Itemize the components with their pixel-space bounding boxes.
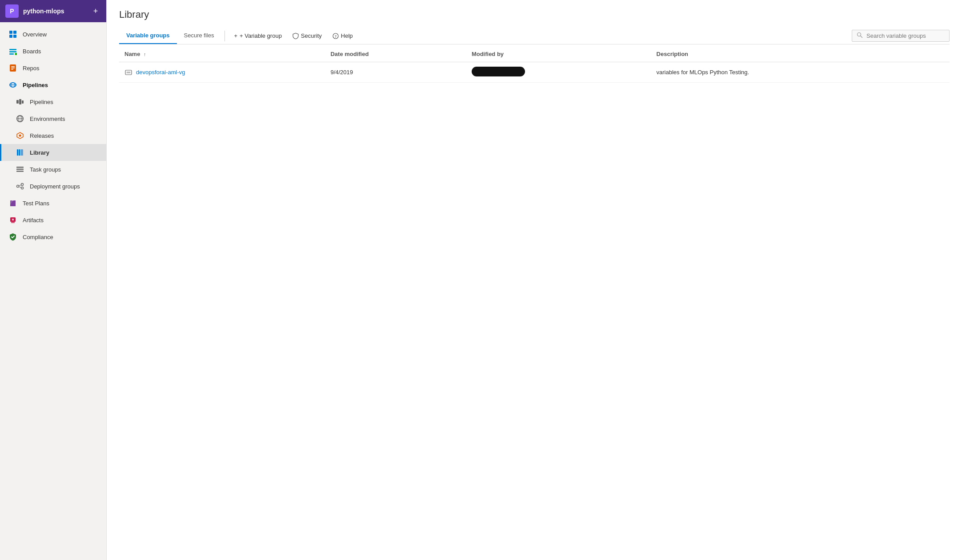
col-name: Name ↑ bbox=[119, 46, 325, 62]
artifacts-icon bbox=[8, 216, 17, 224]
variable-groups-table: Name ↑ Date modified Modified by Descrip… bbox=[119, 46, 950, 83]
pipelines-header-icon bbox=[8, 80, 17, 89]
svg-rect-24 bbox=[20, 149, 23, 156]
compliance-icon bbox=[8, 232, 17, 241]
sidebar-header: P python-mlops + bbox=[0, 0, 106, 22]
svg-rect-15 bbox=[16, 100, 19, 104]
svg-rect-6 bbox=[9, 53, 14, 55]
help-button[interactable]: ? Help bbox=[327, 30, 358, 42]
svg-rect-10 bbox=[11, 68, 15, 68]
tabs-bar: Variable groups Secure files + + Variabl… bbox=[119, 28, 950, 44]
sidebar-item-deploymentgroups[interactable]: Deployment groups bbox=[0, 178, 106, 195]
svg-rect-22 bbox=[17, 149, 18, 156]
sidebar-boards-label: Boards bbox=[23, 48, 41, 55]
cell-date-modified: 9/4/2019 bbox=[325, 62, 466, 83]
deploymentgroups-icon bbox=[16, 182, 24, 191]
col-modified-by: Modified by bbox=[466, 46, 651, 62]
svg-point-21 bbox=[19, 135, 21, 137]
environments-icon bbox=[16, 114, 24, 123]
sidebar-pipelines-header-label: Pipelines bbox=[23, 82, 48, 88]
sidebar-item-taskgroups[interactable]: Task groups bbox=[0, 161, 106, 178]
svg-rect-0 bbox=[9, 31, 12, 34]
sidebar-item-testplans[interactable]: Test Plans bbox=[0, 195, 106, 212]
svg-rect-27 bbox=[16, 171, 24, 172]
cell-description: variables for MLOps Python Testing. bbox=[651, 62, 950, 83]
sidebar-item-releases[interactable]: Releases bbox=[0, 127, 106, 144]
sidebar-repos-label: Repos bbox=[23, 65, 40, 72]
col-date-modified: Date modified bbox=[325, 46, 466, 62]
col-description: Description bbox=[651, 46, 950, 62]
sidebar-compliance-label: Compliance bbox=[23, 234, 53, 240]
boards-icon bbox=[8, 47, 17, 56]
table-row: devopsforai-aml-vg 9/4/2019 variables fo… bbox=[119, 62, 950, 83]
sidebar-deploymentgroups-label: Deployment groups bbox=[30, 183, 80, 190]
svg-rect-34 bbox=[11, 222, 15, 223]
sidebar-overview-label: Overview bbox=[23, 31, 47, 38]
svg-rect-25 bbox=[16, 167, 24, 168]
tab-variable-groups[interactable]: Variable groups bbox=[119, 28, 177, 44]
releases-icon bbox=[16, 131, 24, 140]
search-box bbox=[852, 30, 950, 42]
add-variable-group-plus-icon: + bbox=[234, 32, 237, 39]
svg-rect-3 bbox=[13, 35, 16, 38]
svg-rect-2 bbox=[9, 35, 12, 38]
tab-secure-files[interactable]: Secure files bbox=[177, 28, 221, 44]
svg-line-31 bbox=[19, 185, 21, 186]
svg-text:?: ? bbox=[335, 35, 337, 39]
sidebar-item-compliance[interactable]: Compliance bbox=[0, 228, 106, 245]
svg-rect-26 bbox=[16, 169, 24, 170]
tabs-divider bbox=[224, 31, 225, 41]
svg-point-28 bbox=[17, 185, 19, 188]
page-title: Library bbox=[119, 9, 950, 20]
sidebar-item-boards[interactable]: Boards bbox=[0, 43, 106, 60]
add-variable-group-button[interactable]: + + Variable group bbox=[228, 30, 287, 42]
security-button[interactable]: Security bbox=[287, 30, 327, 42]
pipelines-sub-icon bbox=[16, 97, 24, 106]
search-input[interactable] bbox=[866, 32, 945, 39]
sidebar-item-pipelines-header[interactable]: Pipelines bbox=[0, 76, 106, 93]
svg-rect-9 bbox=[11, 66, 15, 67]
testplans-icon bbox=[8, 199, 17, 208]
variable-group-icon bbox=[124, 68, 132, 76]
sidebar-artifacts-label: Artifacts bbox=[23, 217, 44, 224]
cell-modified-by bbox=[466, 62, 651, 83]
security-shield-icon bbox=[293, 32, 299, 40]
sidebar-nav: Overview Boards bbox=[0, 22, 106, 249]
security-label: Security bbox=[301, 32, 322, 39]
sidebar-item-environments[interactable]: Environments bbox=[0, 110, 106, 127]
svg-rect-35 bbox=[12, 219, 14, 220]
sidebar-item-artifacts[interactable]: Artifacts bbox=[0, 212, 106, 228]
main-content: Library Variable groups Secure files + +… bbox=[107, 0, 962, 560]
project-avatar: P bbox=[5, 4, 19, 18]
svg-point-7 bbox=[15, 53, 17, 55]
sidebar-taskgroups-label: Task groups bbox=[30, 166, 61, 173]
help-circle-icon: ? bbox=[333, 32, 339, 40]
sidebar-item-pipelines[interactable]: Pipelines bbox=[0, 93, 106, 110]
table-container: Name ↑ Date modified Modified by Descrip… bbox=[107, 44, 962, 560]
svg-rect-16 bbox=[19, 99, 21, 104]
sidebar-pipelines-sub-label: Pipelines bbox=[30, 99, 53, 105]
svg-rect-5 bbox=[9, 51, 16, 52]
svg-line-32 bbox=[19, 187, 21, 188]
page-header: Library Variable groups Secure files + +… bbox=[107, 0, 962, 44]
sidebar-environments-label: Environments bbox=[30, 116, 65, 122]
sidebar-item-repos[interactable]: Repos bbox=[0, 60, 106, 76]
table-header-row: Name ↑ Date modified Modified by Descrip… bbox=[119, 46, 950, 62]
sidebar-testplans-label: Test Plans bbox=[23, 200, 49, 207]
svg-point-30 bbox=[21, 187, 24, 189]
help-label: Help bbox=[341, 32, 353, 39]
variable-group-name-link[interactable]: devopsforai-aml-vg bbox=[136, 69, 185, 76]
svg-rect-17 bbox=[22, 100, 24, 104]
svg-rect-11 bbox=[11, 69, 13, 70]
sidebar-item-overview[interactable]: Overview bbox=[0, 26, 106, 43]
svg-rect-23 bbox=[19, 149, 20, 156]
cell-name: devopsforai-aml-vg bbox=[119, 62, 325, 83]
library-icon bbox=[16, 148, 24, 157]
svg-rect-1 bbox=[13, 31, 16, 34]
taskgroups-icon bbox=[16, 165, 24, 174]
repos-icon bbox=[8, 64, 17, 72]
sidebar-releases-label: Releases bbox=[30, 132, 54, 139]
add-project-button[interactable]: + bbox=[90, 6, 101, 16]
sidebar-item-library[interactable]: Library bbox=[0, 144, 106, 161]
modified-by-redacted bbox=[472, 67, 525, 76]
